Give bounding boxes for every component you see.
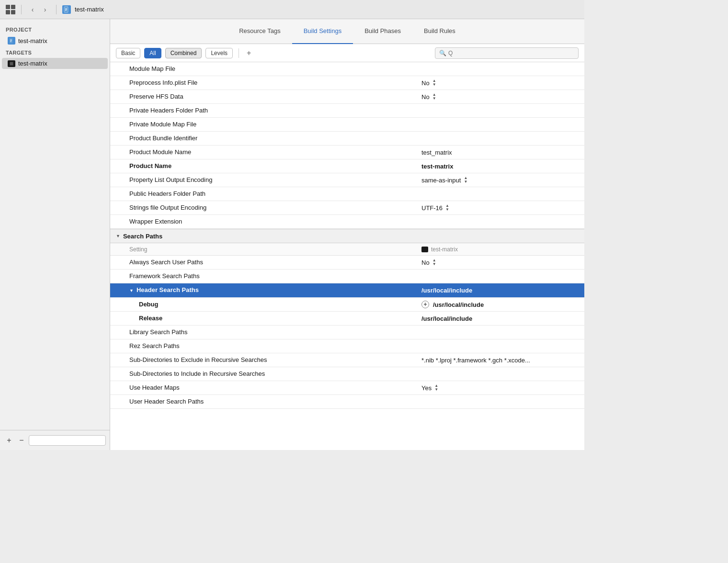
sidebar-filter-input[interactable] [32,437,102,444]
setting-value[interactable]: No▲▼ [421,79,584,87]
nav-divider [21,5,22,14]
col-header-target: test-matrix [421,246,584,253]
search-bar[interactable]: 🔍 [435,47,579,59]
settings-row: Property List Output Encodingsame-as-inp… [110,173,584,187]
setting-name: Module Map File [110,62,421,76]
search-paths-section-header[interactable]: ▼ Search Paths [110,229,584,243]
tab-build-rules[interactable]: Build Rules [412,19,467,44]
tab-build-phases[interactable]: Build Phases [353,19,412,44]
target-icon-sidebar [8,60,15,67]
sidebar-content: PROJECT test-matrix TARGETS [0,19,110,430]
sidebar-filter[interactable] [29,435,106,446]
setting-name: Sub-Directories to Include in Recursive … [110,367,421,381]
project-item-label: test-matrix [18,37,47,45]
setting-value[interactable]: No▲▼ [421,93,584,101]
all-filter-button[interactable]: All [144,48,161,58]
setting-name: Use Header Maps [110,381,421,394]
settings-row: Preserve HFS DataNo▲▼ [110,90,584,104]
settings-row: Private Module Map File [110,118,584,132]
settings-row: ▼Header Search Paths/usr/local/include [110,283,584,298]
setting-name: User Header Search Paths [110,395,421,408]
forward-button[interactable]: › [40,4,50,15]
settings-row: Framework Search Paths [110,270,584,283]
setting-name: Rez Search Paths [110,339,421,353]
remove-target-button[interactable]: − [16,435,27,446]
content-area: Resource Tags Build Settings Build Phase… [110,19,584,450]
setting-name: Sub-Directories to Exclude in Recursive … [110,353,421,367]
levels-filter-button[interactable]: Levels [205,48,233,58]
nav-divider-2 [56,5,57,14]
targets-section-label: TARGETS [0,47,110,57]
add-value-button[interactable]: + [421,301,429,308]
settings-row: User Header Search Paths [110,395,584,409]
settings-row: Module Map File [110,62,584,76]
sidebar-item-project[interactable]: test-matrix [2,35,108,46]
column-header-row: Setting test-matrix [110,243,584,256]
setting-name: Preprocess Info.plist File [110,76,421,90]
setting-name: Private Headers Folder Path [110,104,421,117]
add-target-button[interactable]: + [4,435,14,446]
setting-name: Always Search User Paths [110,256,421,269]
setting-name: Private Module Map File [110,118,421,131]
search-input[interactable] [448,50,574,56]
setting-name: Property List Output Encoding [110,173,421,187]
col-header-target-icon [421,247,428,252]
settings-table: Module Map FilePreprocess Info.plist Fil… [110,62,584,450]
basic-filter-button[interactable]: Basic [116,48,140,58]
settings-row: Sub-Directories to Include in Recursive … [110,367,584,381]
setting-name: Library Search Paths [110,326,421,339]
setting-name: Release [110,312,421,325]
setting-value[interactable]: test-matrix [421,163,584,170]
setting-value[interactable]: *.nib *.lproj *.framework *.gch *.xcode.… [421,357,584,364]
setting-name: Public Headers Folder Path [110,187,421,201]
setting-value[interactable]: +/usr/local/include [421,301,584,308]
settings-row: Sub-Directories to Exclude in Recursive … [110,353,584,367]
svg-rect-10 [10,62,13,65]
setting-name: Product Module Name [110,146,421,159]
setting-name: Product Name [110,159,421,173]
settings-row: Preprocess Info.plist FileNo▲▼ [110,76,584,90]
svg-rect-11 [422,247,427,252]
sidebar-item-target[interactable]: test-matrix [2,58,108,69]
search-icon: 🔍 [439,50,446,56]
search-paths-rows: Always Search User PathsNo▲▼Framework Se… [110,256,584,409]
filter-divider [239,48,239,58]
settings-row: Release/usr/local/include [110,312,584,326]
title-bar: ‹ › test-matrix [0,0,584,19]
main-layout: PROJECT test-matrix TARGETS [0,19,584,450]
settings-row: Debug+/usr/local/include [110,298,584,312]
project-file-icon-sidebar [8,37,15,45]
setting-value[interactable]: No▲▼ [421,259,584,266]
col-header-setting: Setting [110,246,421,253]
settings-row: Strings file Output EncodingUTF-16▲▼ [110,201,584,215]
setting-value[interactable]: /usr/local/include [421,287,584,294]
nav-buttons: ‹ › [27,4,50,15]
setting-value[interactable]: /usr/local/include [421,315,584,322]
project-title: test-matrix [75,6,104,13]
setting-value[interactable]: UTF-16▲▼ [421,204,584,212]
settings-row: Public Headers Folder Path [110,187,584,201]
settings-row: Use Header MapsYes▲▼ [110,381,584,395]
settings-row: Private Headers Folder Path [110,104,584,118]
setting-name: Product Bundle Identifier [110,132,421,145]
combined-filter-button[interactable]: Combined [165,48,202,58]
settings-row: Always Search User PathsNo▲▼ [110,256,584,270]
setting-name: Preserve HFS Data [110,90,421,103]
section-triangle-icon: ▼ [116,234,120,238]
setting-value[interactable]: same-as-input▲▼ [421,176,584,184]
tab-bar: Resource Tags Build Settings Build Phase… [110,19,584,44]
tab-resource-tags[interactable]: Resource Tags [228,19,292,44]
settings-row: Product Bundle Identifier [110,132,584,146]
setting-name: Wrapper Extension [110,215,421,228]
settings-row: Product Nametest-matrix [110,159,584,173]
settings-row: Library Search Paths [110,326,584,339]
back-button[interactable]: ‹ [27,4,38,15]
add-filter-button[interactable]: + [245,49,253,57]
settings-row: Product Module Nametest_matrix [110,146,584,159]
project-section-label: PROJECT [0,24,110,34]
setting-value[interactable]: Yes▲▼ [421,384,584,392]
setting-name: Framework Search Paths [110,270,421,283]
grid-icon[interactable] [6,5,15,14]
tab-build-settings[interactable]: Build Settings [292,19,353,44]
setting-value[interactable]: test_matrix [421,149,584,156]
